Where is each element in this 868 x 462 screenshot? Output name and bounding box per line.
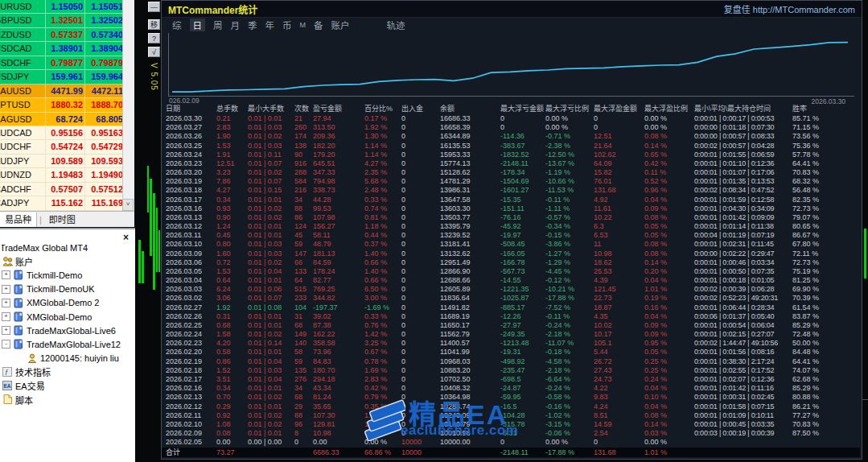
tree-item[interactable]: +XMGlobal-Demo 2 <box>2 296 135 310</box>
tree-item[interactable]: 脚本 <box>2 393 135 406</box>
menu-item-account[interactable]: 账户 <box>331 19 350 31</box>
column-header[interactable]: 盈亏金额 <box>313 104 364 114</box>
expand-toggle-icon[interactable]: + <box>2 312 10 321</box>
menu-item-summary[interactable]: 综 <box>172 19 182 31</box>
table-row[interactable]: 2026.03.110.450.01 | 0.014558.110.44 %01… <box>162 231 862 240</box>
table-row[interactable]: 2026.02.260.310.01 | 0.013139.020.33 %01… <box>162 312 862 321</box>
quote-row[interactable]: AUDCAD0.951560.95163 <box>0 126 123 140</box>
table-row[interactable]: 2026.03.261.900.01 | 0.02174209.361.30 %… <box>162 132 862 141</box>
expand-toggle-icon[interactable]: + <box>2 299 10 307</box>
column-header[interactable]: 胜率 <box>792 104 841 114</box>
table-row[interactable]: 2026.02.101.080.01 | 0.0296129.811.30 %0… <box>162 420 862 429</box>
tree-item[interactable]: 12000145: huiyin liu <box>2 352 135 365</box>
table-row[interactable]: 2026.03.197.860.01 | 0.07584794.985.68 %… <box>162 177 862 186</box>
help-button[interactable]: ? <box>148 33 160 43</box>
expand-toggle-icon[interactable]: - <box>2 340 10 349</box>
title-bar[interactable]: MTCommander统计 复盘佳 http://MTCommander.com <box>162 1 862 18</box>
table-row[interactable]: 2026.03.121.240.01 | 0.01124156.271.18 %… <box>162 222 862 231</box>
symbols-tab[interactable]: 易品种 <box>0 212 37 227</box>
table-row[interactable]: 2026.02.234.200.01 | 0.14140358.583.25 %… <box>162 339 862 348</box>
quote-row[interactable]: NZDUSD0.573370.57340 <box>0 28 123 42</box>
column-header[interactable]: 最大浮盈比例 <box>644 104 694 114</box>
table-row[interactable]: 2026.03.036.240.01 | 0.06515769.256.50 %… <box>162 285 862 294</box>
expand-toggle-icon[interactable]: + <box>2 285 10 294</box>
tree-item[interactable]: -TradeMaxGlobal-Live12 <box>2 337 135 351</box>
tree-item[interactable]: +TradeMaxGlobal-Live6 <box>2 324 135 337</box>
table-row[interactable]: 2026.03.241.910.01 | 0.1190179.201.14 %0… <box>162 151 862 159</box>
quote-row[interactable]: USDCAD1.389011.38904 <box>0 42 123 56</box>
quote-row[interactable]: XPTUSD1880.321888.70 <box>0 98 123 112</box>
column-header[interactable]: 百分比% <box>364 104 401 114</box>
table-row[interactable]: 2026.02.200.580.01 | 0.015873.960.67 %01… <box>162 348 862 357</box>
quote-row[interactable]: USDCHF0.798770.79879 <box>0 56 123 70</box>
tick-chart-tab[interactable]: 即时图 <box>44 212 80 227</box>
column-header[interactable]: 最大浮亏比例 <box>545 104 594 114</box>
column-header[interactable]: 总手数 <box>216 104 248 114</box>
expand-toggle-icon[interactable]: + <box>2 326 10 335</box>
tree-item[interactable]: +XMGlobal-Demo <box>2 310 135 324</box>
column-header[interactable]: 日期 <box>166 104 216 114</box>
expand-toggle-icon[interactable]: + <box>2 270 10 279</box>
quote-row[interactable]: EURUSD1.150501.15051 <box>0 0 123 14</box>
quote-row[interactable]: CADCHF0.575070.57512 <box>0 183 123 196</box>
quote-row[interactable]: XAGUSD68.72468.805 <box>0 113 123 126</box>
table-row[interactable]: 2026.03.130.900.01 | 0.0286107.980.81 %0… <box>162 213 862 222</box>
tree-item[interactable]: EAEA交易 <box>2 379 135 393</box>
table-row[interactable]: 2026.02.160.340.01 | 0.013443.340.42 %01… <box>162 384 862 393</box>
menu-item-quarterly[interactable]: 季 <box>248 19 257 31</box>
menu-item-monthly[interactable]: 月 <box>231 19 241 31</box>
table-row[interactable]: 2026.02.090.080.01 | 0.01810.980.11 %010… <box>162 429 862 438</box>
quote-row[interactable]: GBPUSD1.325011.32502 <box>0 14 123 27</box>
table-row[interactable]: 2026.03.051.530.01 | 0.04133178.241.40 %… <box>162 267 862 276</box>
column-header[interactable]: 最大浮盈金额 <box>594 104 644 114</box>
column-header[interactable]: 出入金 <box>401 104 440 114</box>
minimize-button[interactable]: — <box>148 2 160 12</box>
menu-item-weekly[interactable]: 周 <box>213 19 223 31</box>
scroll-down-icon[interactable]: ˅ <box>122 199 134 211</box>
table-row[interactable]: 2026.03.300.210.01 | 0.012127.940.17 %01… <box>162 114 862 123</box>
market-watch-scrollbar[interactable]: ˅ <box>122 0 134 212</box>
table-row[interactable]: 2026.02.130.700.01 | 0.026881.240.79 %01… <box>162 393 862 402</box>
tree-item[interactable]: 账户 <box>2 254 135 268</box>
table-row[interactable]: 2026.03.203.230.01 | 0.02288347.332.35 %… <box>162 168 862 177</box>
menu-item-note[interactable]: 备 <box>314 19 323 31</box>
table-row[interactable]: 2026.03.170.340.01 | 0.013444.280.33 %01… <box>162 196 862 204</box>
table-row[interactable]: 2026.02.241.580.01 | 0.02149162.221.42 %… <box>162 330 862 339</box>
quote-row[interactable]: USDJPY159.961159.964 <box>0 70 123 84</box>
menu-item-track[interactable]: 轨迹 <box>387 19 405 31</box>
check-button[interactable]: √ <box>148 47 160 57</box>
column-header[interactable]: 最小大手数 <box>248 104 294 114</box>
menu-item-currency[interactable]: 币 <box>282 19 292 31</box>
table-row[interactable]: 2026.03.100.800.01 | 0.035948.790.37 %01… <box>162 240 862 249</box>
table-row[interactable]: 2026.02.271.920.01 | 0.08104-197.37-1.69… <box>162 303 862 312</box>
table-row[interactable]: 2026.03.091.600.01 | 0.03147181.131.40 %… <box>162 250 862 258</box>
table-row[interactable]: 2026.03.040.640.01 | 0.016482.770.66 %01… <box>162 276 862 285</box>
table-row[interactable]: 2026.02.181.520.01 | 0.03135180.701.69 %… <box>162 366 862 375</box>
quote-row[interactable]: AUDJPY109.589109.593 <box>0 155 123 168</box>
quote-row[interactable]: AUDNZD1.194831.19490 <box>0 168 123 182</box>
table-row[interactable]: 2026.03.184.270.01 | 0.15216338.732.48 %… <box>162 186 862 195</box>
table-row[interactable]: 2026.02.190.860.01 | 0.045984.830.78 %01… <box>162 357 862 366</box>
table-row[interactable]: 2026.02.050.000.00 | 0.0000.000.00 %1000… <box>162 438 862 447</box>
table-row[interactable]: 2026.03.023.060.01 | 0.07233344.823.00 %… <box>162 294 862 303</box>
quote-row[interactable]: CADJPY115.162115.169 <box>0 196 123 210</box>
column-header[interactable]: 余额 <box>440 104 500 114</box>
tree-item[interactable]: TradeMax Global MT4 <box>2 241 135 254</box>
column-header[interactable]: 最大浮亏金额 <box>500 104 545 114</box>
menu-item-daily[interactable]: 日 <box>190 19 206 31</box>
table-row[interactable]: 2026.02.110.920.01 | 0.0288107.301.06 %0… <box>162 411 862 420</box>
move-button[interactable]: 移 <box>148 19 160 30</box>
column-header[interactable]: 次数 <box>294 104 313 114</box>
table-row[interactable]: 2026.03.251.530.01 | 0.03138182.201.14 %… <box>162 142 862 151</box>
tree-item[interactable]: +Tickmill-Demo <box>2 268 135 282</box>
quote-row[interactable]: AUDCHF0.547240.54729 <box>0 140 123 154</box>
table-row[interactable]: 2026.03.272.830.01 | 0.03260313.501.92 %… <box>162 123 862 132</box>
table-row[interactable]: 2026.02.120.290.01 | 0.012935.650.35 %01… <box>162 402 862 411</box>
tree-item[interactable]: +Tickmill-DemoUK <box>2 283 135 296</box>
tree-item[interactable]: f技术指标 <box>2 365 135 379</box>
table-row[interactable]: 2026.02.250.680.01 | 0.016887.380.76 %01… <box>162 321 862 330</box>
table-row[interactable]: 2026.03.060.720.01 | 0.026684.590.66 %01… <box>162 258 862 267</box>
menu-item-yearly[interactable]: 年 <box>265 19 275 31</box>
table-row[interactable]: 2026.03.2312.510.01 | 0.07916645.514.27 … <box>162 159 862 168</box>
menu-item-m[interactable]: M <box>300 21 306 29</box>
